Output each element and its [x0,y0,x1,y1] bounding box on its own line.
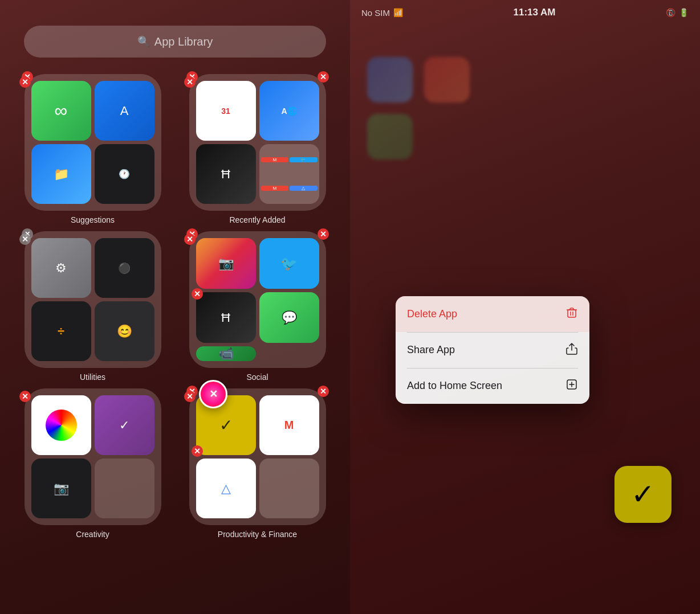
bottom-app-icon: ✓ [614,466,671,523]
app-icon-camera: 📷 [31,459,91,518]
app-icon-memoji: 😊 [95,301,154,361]
app-icon-calendar: 31 [196,81,256,141]
app-icon-translate: A🌐 [259,81,319,141]
app-icon-clock: 🕐 [95,144,154,204]
delete-badge-productivity3: ✕ [192,445,203,457]
delete-badge-utilities-outer: ✕ [19,234,31,245]
folder-label-productivity: Productivity & Finance [218,530,297,539]
signal-icon: 📵 [666,8,675,17]
drag-x-icon: ✕ [209,388,218,400]
folder-suggestions[interactable]: ✕ ∞ A 📁 🕐 ✕ Suggestions [17,74,168,224]
app-icon-craft: Ħ [196,144,256,204]
app-icon-creativity2: ✓ [95,395,154,455]
search-bar[interactable]: 🔍 App Library [24,26,326,58]
delete-badge-social2: ✕ [318,228,329,240]
svg-rect-0 [568,310,576,317]
bg-app-2 [424,57,470,103]
app-icon-photos [31,395,91,455]
app-icon-gdrive: △ [196,459,256,518]
folder-box-productivity: ✕ ✓ ✕ M ✕ △ [189,388,326,525]
app-icon-settings: ⚙ [31,238,91,298]
folder-row-2: ✕ ⚙ ⚫ ÷ 😊 ✕ Utilities ✕ 📷 ✕ 🐦 Ħ ✕ [17,231,333,382]
app-icon-twitter: 🐦 [259,238,319,289]
menu-item-share[interactable]: Share App [396,332,589,368]
folder-row-1: ✕ ∞ A 📁 🕐 ✕ Suggestions ✕ 31 ✕ A🌐 Ħ [17,74,333,224]
folder-label-creativity: Creativity [76,530,109,539]
share-app-label: Share App [407,344,455,356]
left-panel: 🔍 App Library ✕ ∞ A 📁 🕐 ✕ Suggestions [0,0,350,614]
folder-row-3: ✓ 📷 ✕ Creativity ✕ ✓ ✕ M ✕ △ [17,388,333,539]
folder-box-social: ✕ 📷 ✕ 🐦 Ħ ✕ 💬 📹 [189,231,326,368]
drag-indicator: ✕ [199,380,227,408]
folder-productivity[interactable]: ✕ ✓ ✕ M ✕ △ ✕ ✕ [182,388,333,539]
delete-badge-recently-outer: ✕ [184,76,196,88]
status-left: No SIM 📶 [361,8,403,18]
search-icon: 🔍 [137,35,150,48]
folder-label-suggestions: Suggestions [71,215,115,224]
context-menu: Delete App Share App [396,296,589,404]
share-app-icon [565,342,578,358]
app-icon-gmail: M [259,395,319,455]
delete-badge-recently2: ✕ [318,71,329,83]
app-icon-productivity-multi [259,459,319,518]
bg-app-1 [367,57,413,103]
menu-item-delete[interactable]: Delete App [396,296,589,332]
app-icon-settings2: ⚫ [95,238,154,298]
folder-box-recently: ✕ 31 ✕ A🌐 Ħ M 🐦 M △ [189,74,326,211]
app-icon-calculator: ÷ [31,301,91,361]
folder-label-recently: Recently Added [229,215,285,224]
status-right: 📵 🔋 [666,8,689,17]
app-icon-multi1: M 🐦 M △ [259,144,319,204]
battery-icon: 🔋 [679,8,689,17]
delete-badge-social-outer: ✕ [184,234,196,245]
folder-creativity[interactable]: ✓ 📷 ✕ Creativity [17,388,168,539]
app-icon-creativity4 [95,459,154,518]
folder-box-suggestions: ✕ ∞ A 📁 🕐 [25,74,161,211]
status-bar: No SIM 📶 11:13 AM 📵 🔋 [350,0,700,25]
folder-box-utilities: ✕ ⚙ ⚫ ÷ 😊 [25,231,161,368]
bg-app-3 [367,114,413,159]
right-panel: No SIM 📶 11:13 AM 📵 🔋 Delete App [350,0,700,614]
menu-item-add-home[interactable]: Add to Home Screen [396,368,589,404]
folder-label-utilities: Utilities [80,373,105,382]
folder-box-creativity: ✓ 📷 [25,388,161,525]
folder-social[interactable]: ✕ 📷 ✕ 🐦 Ħ ✕ 💬 📹 ✕ Social [182,231,333,382]
wifi-icon: 📶 [393,8,403,17]
app-icon-loop: ∞ [31,81,91,141]
delete-badge-creativity: ✕ [19,391,31,402]
add-home-icon [565,378,578,394]
delete-badge-productivity-outer: ✕ [184,391,196,402]
folder-label-social: Social [246,373,268,382]
campsite-icon: ✓ [631,478,655,511]
folder-recently-added[interactable]: ✕ 31 ✕ A🌐 Ħ M 🐦 M △ ✕ Recently Added [182,74,333,224]
app-icon-messages: 💬 [259,292,319,343]
app-icon-appstore: A [95,81,154,141]
carrier-text: No SIM [361,8,390,18]
app-grid: ✕ ∞ A 📁 🕐 ✕ Suggestions ✕ 31 ✕ A🌐 Ħ [17,74,333,603]
delete-badge-suggestions: ✕ [19,76,31,88]
delete-badge-productivity2: ✕ [318,386,329,397]
delete-app-label: Delete App [407,308,457,320]
delete-badge-social3: ✕ [192,288,203,300]
folder-utilities[interactable]: ✕ ⚙ ⚫ ÷ 😊 ✕ Utilities [17,231,168,382]
app-icon-instagram: 📷 [196,238,256,289]
delete-app-icon [565,306,578,322]
add-home-label: Add to Home Screen [407,380,502,392]
search-bar-text: App Library [154,35,213,48]
app-icon-files: 📁 [31,144,91,204]
app-icon-social-craft: Ħ [196,292,256,343]
status-time: 11:13 AM [514,7,556,18]
app-icon-facetime: 📹 [196,346,256,361]
